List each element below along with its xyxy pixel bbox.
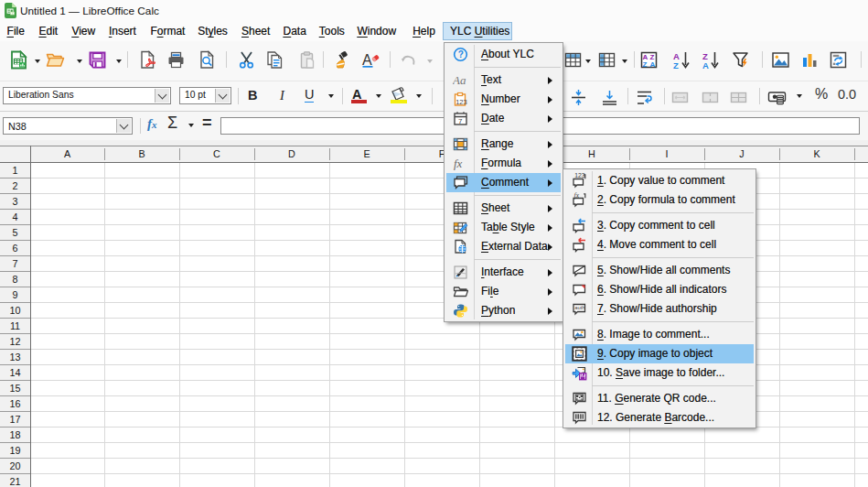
svg-text:fx: fx <box>574 192 580 200</box>
svg-text:?: ? <box>458 49 464 60</box>
svg-text:7: 7 <box>458 117 463 125</box>
svg-text:Aa: Aa <box>453 73 466 87</box>
svg-text:A: A <box>702 60 709 70</box>
svg-text:fx: fx <box>454 157 463 170</box>
svg-text:auth: auth <box>574 305 584 310</box>
svg-text:Z: Z <box>643 60 648 69</box>
svg-text:A: A <box>650 60 656 69</box>
svg-text:A: A <box>362 52 372 68</box>
svg-text:123: 123 <box>455 98 467 106</box>
svg-text:123: 123 <box>574 173 585 179</box>
svg-text:Z: Z <box>673 60 679 70</box>
